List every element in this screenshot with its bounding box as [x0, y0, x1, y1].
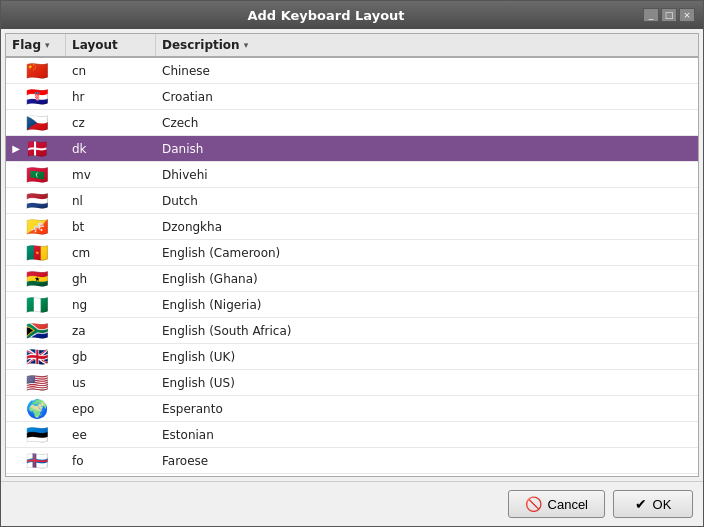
cancel-label: Cancel [548, 497, 588, 512]
description-column-label: Description [162, 38, 240, 52]
cell-layout: za [66, 322, 156, 340]
table-row[interactable]: 🇧🇹btDzongkha [6, 214, 698, 240]
cell-flag: 🇧🇹 [6, 216, 66, 238]
cell-description: Estonian [156, 426, 698, 444]
titlebar: Add Keyboard Layout _ □ × [1, 1, 703, 29]
footer: 🚫 Cancel ✔ OK [1, 481, 703, 526]
cell-flag: ▶🇩🇰 [6, 138, 66, 160]
cell-flag: 🇿🇦 [6, 320, 66, 342]
cell-flag: 🇨🇿 [6, 112, 66, 134]
flag-icon: 🇨🇲 [26, 244, 48, 262]
cell-flag: 🌍 [6, 398, 66, 420]
maximize-button[interactable]: □ [661, 8, 677, 22]
cell-flag: 🇳🇱 [6, 190, 66, 212]
cell-description: English (Nigeria) [156, 296, 698, 314]
cell-description: English (US) [156, 374, 698, 392]
flag-sort-arrow: ▾ [45, 40, 50, 50]
desc-sort-arrow: ▾ [244, 40, 249, 50]
flag-icon: 🇺🇸 [26, 374, 48, 392]
cell-description: Dhivehi [156, 166, 698, 184]
table-row[interactable]: 🇬🇧gbEnglish (UK) [6, 344, 698, 370]
table-row[interactable]: 🇪🇪eeEstonian [6, 422, 698, 448]
table-row[interactable]: 🌍epoEsperanto [6, 396, 698, 422]
table-row[interactable]: ▶🇩🇰dkDanish [6, 136, 698, 162]
flag-icon: 🇨🇳 [26, 62, 48, 80]
cell-flag: 🇭🇷 [6, 86, 66, 108]
flag-icon: 🇳🇬 [26, 296, 48, 314]
flag-icon: 🇨🇿 [26, 114, 48, 132]
cell-description: Danish [156, 140, 698, 158]
cell-description: English (UK) [156, 348, 698, 366]
window: Add Keyboard Layout _ □ × Flag ▾ Layout … [0, 0, 704, 527]
cell-layout: cz [66, 114, 156, 132]
flag-icon: 🇬🇭 [26, 270, 48, 288]
cell-layout: epo [66, 400, 156, 418]
cell-flag: 🇬🇭 [6, 268, 66, 290]
table-row[interactable]: 🇿🇦zaEnglish (South Africa) [6, 318, 698, 344]
table-row[interactable]: 🇺🇸usEnglish (US) [6, 370, 698, 396]
table-row[interactable]: 🇨🇳cnChinese [6, 58, 698, 84]
content: Flag ▾ Layout Description ▾ 🇨🇳cnChinese🇭… [1, 29, 703, 481]
flag-icon: 🇧🇹 [26, 218, 48, 236]
flag-icon: 🌍 [26, 400, 48, 418]
cancel-button[interactable]: 🚫 Cancel [508, 490, 605, 518]
table-row[interactable]: 🇵🇭phFilipino [6, 474, 698, 476]
keyboard-layout-table: Flag ▾ Layout Description ▾ 🇨🇳cnChinese🇭… [5, 33, 699, 477]
cell-flag: 🇵🇭 [6, 476, 66, 477]
cell-flag: 🇳🇬 [6, 294, 66, 316]
ok-button[interactable]: ✔ OK [613, 490, 693, 518]
cell-description: Czech [156, 114, 698, 132]
cell-layout: us [66, 374, 156, 392]
cell-flag: 🇬🇧 [6, 346, 66, 368]
cell-description: Chinese [156, 62, 698, 80]
cell-layout: mv [66, 166, 156, 184]
cell-flag: 🇪🇪 [6, 424, 66, 446]
flag-icon: 🇭🇷 [26, 88, 48, 106]
cell-layout: ng [66, 296, 156, 314]
cell-layout: bt [66, 218, 156, 236]
table-row[interactable]: 🇲🇻mvDhivehi [6, 162, 698, 188]
table-row[interactable]: 🇳🇱nlDutch [6, 188, 698, 214]
cell-flag: 🇫🇴 [6, 450, 66, 472]
cell-layout: gh [66, 270, 156, 288]
table-row[interactable]: 🇭🇷hrCroatian [6, 84, 698, 110]
ok-label: OK [653, 497, 672, 512]
flag-icon: 🇲🇻 [26, 166, 48, 184]
flag-column-label: Flag [12, 38, 41, 52]
cell-layout: ee [66, 426, 156, 444]
table-body[interactable]: 🇨🇳cnChinese🇭🇷hrCroatian🇨🇿czCzech▶🇩🇰dkDan… [6, 58, 698, 476]
column-header-layout[interactable]: Layout [66, 34, 156, 56]
column-header-flag[interactable]: Flag ▾ [6, 34, 66, 56]
cell-description: Dzongkha [156, 218, 698, 236]
table-row[interactable]: 🇬🇭ghEnglish (Ghana) [6, 266, 698, 292]
cancel-icon: 🚫 [525, 496, 542, 512]
table-row[interactable]: 🇨🇿czCzech [6, 110, 698, 136]
minimize-button[interactable]: _ [643, 8, 659, 22]
flag-icon: 🇩🇰 [26, 140, 48, 158]
cell-description: English (Ghana) [156, 270, 698, 288]
cell-description: English (Cameroon) [156, 244, 698, 262]
cell-layout: nl [66, 192, 156, 210]
table-row[interactable]: 🇨🇲cmEnglish (Cameroon) [6, 240, 698, 266]
cell-flag: 🇨🇲 [6, 242, 66, 264]
cell-description: English (South Africa) [156, 322, 698, 340]
cell-description: Croatian [156, 88, 698, 106]
flag-icon: 🇳🇱 [26, 192, 48, 210]
layout-column-label: Layout [72, 38, 118, 52]
cell-layout: fo [66, 452, 156, 470]
cell-flag: 🇲🇻 [6, 164, 66, 186]
table-row[interactable]: 🇳🇬ngEnglish (Nigeria) [6, 292, 698, 318]
table-header: Flag ▾ Layout Description ▾ [6, 34, 698, 58]
cell-layout: hr [66, 88, 156, 106]
table-row[interactable]: 🇫🇴foFaroese [6, 448, 698, 474]
cell-flag: 🇺🇸 [6, 372, 66, 394]
cell-layout: cn [66, 62, 156, 80]
column-header-description[interactable]: Description ▾ [156, 34, 698, 56]
window-title: Add Keyboard Layout [9, 8, 643, 23]
flag-icon: 🇿🇦 [26, 322, 48, 340]
flag-icon: 🇪🇪 [26, 426, 48, 444]
window-controls: _ □ × [643, 8, 695, 22]
row-expand-arrow: ▶ [10, 143, 22, 154]
close-button[interactable]: × [679, 8, 695, 22]
cell-layout: cm [66, 244, 156, 262]
